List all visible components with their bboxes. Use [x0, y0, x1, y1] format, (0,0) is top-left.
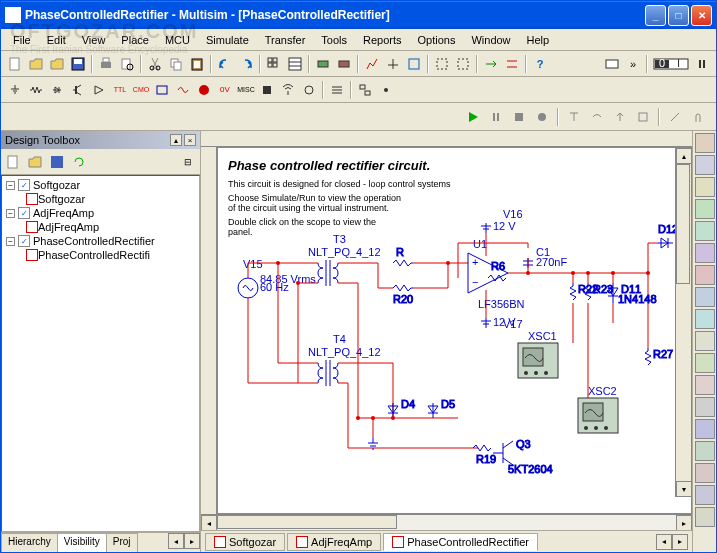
tab-scroll-left[interactable]: ◂: [168, 533, 184, 549]
tab-visibility[interactable]: Visibility: [57, 533, 107, 552]
doc-tab-adjfreqamp[interactable]: AdjFreqAmp: [287, 533, 381, 551]
advperiph-icon[interactable]: [257, 80, 277, 100]
power-icon[interactable]: 0V: [215, 80, 235, 100]
panel-open-button[interactable]: [25, 152, 45, 172]
tree-checkbox[interactable]: ✓: [18, 235, 30, 247]
component-d11[interactable]: D11 1N4148: [608, 283, 657, 305]
component-q3[interactable]: Q3 5KT2604: [493, 438, 553, 475]
spreadsheet-button[interactable]: [285, 54, 305, 74]
circuit-schematic[interactable]: 84.85 Vrms 60 Hz V15 T3 NLT_PQ_4_12: [218, 148, 688, 508]
step4-button[interactable]: [633, 107, 653, 127]
undo-button[interactable]: [215, 54, 235, 74]
stop-button[interactable]: [509, 107, 529, 127]
tab-scroll-left[interactable]: ◂: [656, 534, 672, 550]
print-preview-button[interactable]: [117, 54, 137, 74]
indicator-icon[interactable]: [194, 80, 214, 100]
logicconv-button[interactable]: [695, 331, 715, 351]
component-t4[interactable]: T4 NLT_PQ_4_12: [308, 333, 381, 386]
tab-scroll-right[interactable]: ▸: [672, 534, 688, 550]
minimize-button[interactable]: _: [645, 5, 666, 26]
tab-hierarchy[interactable]: Hierarchy: [1, 533, 58, 552]
component-c1[interactable]: C1 270nF: [523, 246, 567, 268]
component-d5[interactable]: D5: [428, 398, 455, 418]
pause-sim-button[interactable]: [692, 54, 712, 74]
scroll-up-button[interactable]: ▴: [676, 148, 692, 164]
probe-button[interactable]: [665, 107, 685, 127]
record-button[interactable]: [532, 107, 552, 127]
menu-reports[interactable]: Reports: [355, 32, 410, 48]
ttl-icon[interactable]: TTL: [110, 80, 130, 100]
component-r20[interactable]: [393, 285, 413, 291]
opamp-icon[interactable]: [89, 80, 109, 100]
misc-dig-icon[interactable]: [152, 80, 172, 100]
logicana-button[interactable]: [695, 309, 715, 329]
panel-collapse-button[interactable]: ⊟: [178, 152, 198, 172]
menu-edit[interactable]: Edit: [39, 32, 74, 48]
menu-mcu[interactable]: MCU: [157, 32, 198, 48]
agos-button[interactable]: [695, 485, 715, 505]
ivana-button[interactable]: [695, 353, 715, 373]
tree-item-softgozar[interactable]: − ✓ Softgozar: [4, 178, 197, 192]
wordgen-button[interactable]: [695, 287, 715, 307]
step-out-button[interactable]: [610, 107, 630, 127]
component-v17[interactable]: V17 12 V: [481, 316, 523, 330]
menu-transfer[interactable]: Transfer: [257, 32, 314, 48]
component2-button[interactable]: [334, 54, 354, 74]
netana-button[interactable]: [695, 419, 715, 439]
transistor-icon[interactable]: [68, 80, 88, 100]
menu-place[interactable]: Place: [113, 32, 157, 48]
bode-button[interactable]: [695, 243, 715, 263]
tab-project[interactable]: Proj: [106, 533, 138, 552]
menu-view[interactable]: View: [74, 32, 114, 48]
component-r[interactable]: [393, 260, 413, 266]
tree-checkbox[interactable]: ✓: [18, 179, 30, 191]
close-button[interactable]: ✕: [691, 5, 712, 26]
save-button[interactable]: [68, 54, 88, 74]
postproc-button[interactable]: [404, 54, 424, 74]
cut-button[interactable]: [145, 54, 165, 74]
tree-expand-icon[interactable]: −: [6, 181, 15, 190]
electromech-icon[interactable]: [299, 80, 319, 100]
panel-pin-button[interactable]: ▴: [170, 134, 182, 146]
menu-help[interactable]: Help: [519, 32, 558, 48]
scrollbar-vertical[interactable]: ▴ ▾: [675, 148, 691, 497]
component-v16[interactable]: V16 12 V: [481, 208, 523, 233]
graph-button[interactable]: [362, 54, 382, 74]
step-over-button[interactable]: [587, 107, 607, 127]
select-crop-button[interactable]: [432, 54, 452, 74]
doc-tab-softgozar[interactable]: Softgozar: [205, 533, 285, 551]
agmm-button[interactable]: [695, 463, 715, 483]
open-button[interactable]: [26, 54, 46, 74]
tree-item-phaserect[interactable]: − ✓ PhaseControlledRectifier: [4, 234, 197, 248]
menu-window[interactable]: Window: [463, 32, 518, 48]
scroll-left-button[interactable]: ◂: [201, 515, 217, 531]
panel-new-button[interactable]: [3, 152, 23, 172]
resistor-icon[interactable]: [26, 80, 46, 100]
specana-button[interactable]: [695, 397, 715, 417]
misc-icon[interactable]: MISC: [236, 80, 256, 100]
component-opamp[interactable]: + − U1 LF356BN: [468, 233, 525, 318]
doc-tab-phaserect[interactable]: PhaseControlledRectifier: [383, 533, 538, 551]
bus-icon[interactable]: [327, 80, 347, 100]
open2-button[interactable]: [47, 54, 67, 74]
scroll-right-button[interactable]: ▸: [676, 515, 692, 531]
print-button[interactable]: [96, 54, 116, 74]
tree-expand-icon[interactable]: −: [6, 209, 15, 218]
scrollbar-horizontal[interactable]: ◂ ▸: [201, 514, 692, 530]
menu-tools[interactable]: Tools: [313, 32, 355, 48]
menu-options[interactable]: Options: [410, 32, 464, 48]
tree-child-softgozar[interactable]: Softgozar: [24, 192, 197, 206]
maximize-button[interactable]: □: [668, 5, 689, 26]
scroll-down-button[interactable]: ▾: [676, 481, 692, 497]
toggle1-button[interactable]: [602, 54, 622, 74]
grid-button[interactable]: [264, 54, 284, 74]
hier-icon[interactable]: [355, 80, 375, 100]
tkos-button[interactable]: [695, 507, 715, 527]
sim-switch[interactable]: 0I: [651, 54, 691, 74]
multimeter-button[interactable]: [695, 133, 715, 153]
run-button[interactable]: [463, 107, 483, 127]
panel-save-button[interactable]: [47, 152, 67, 172]
hand-icon[interactable]: [688, 107, 708, 127]
copy-button[interactable]: [166, 54, 186, 74]
step-into-button[interactable]: [564, 107, 584, 127]
